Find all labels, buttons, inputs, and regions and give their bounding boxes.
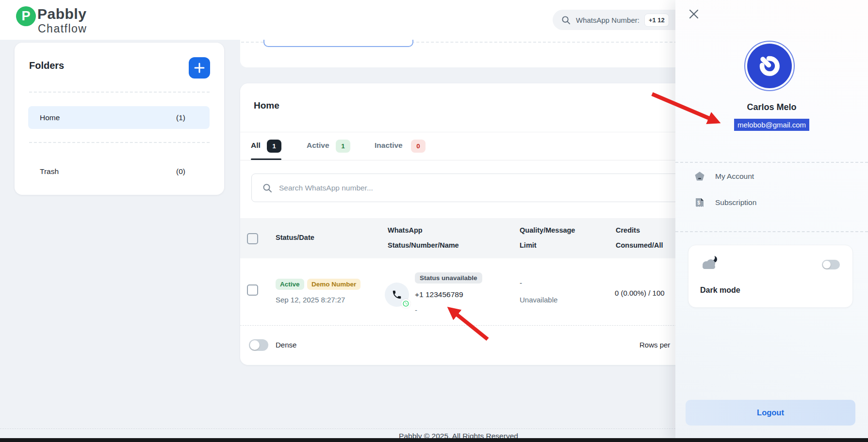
dark-mode-toggle[interactable]	[822, 260, 840, 269]
col-status-date: Status/Date	[276, 230, 314, 245]
plus-icon	[194, 63, 205, 73]
row-name: -	[415, 306, 417, 314]
menu-item-subscription[interactable]: $ Subscription	[675, 193, 868, 212]
folders-divider	[29, 142, 210, 143]
footer-divider	[0, 428, 675, 429]
dense-toggle[interactable]	[249, 339, 268, 351]
dark-mode-label: Dark mode	[700, 286, 740, 295]
tab-all-badge: 1	[267, 140, 281, 153]
pabbly-logo-icon[interactable]: P	[16, 6, 36, 26]
page-title: Home	[254, 100, 279, 111]
folders-panel: Folders Home (1) Trash (0)	[15, 43, 224, 195]
whatsapp-number: +1 123456789	[415, 290, 463, 299]
cloud-moon-icon	[699, 252, 721, 275]
dense-label: Dense	[276, 341, 296, 349]
account-drawer: Carlos Melo melobob@gmail.com My Account…	[675, 0, 868, 442]
tab-inactive[interactable]: Inactive	[375, 141, 403, 150]
logout-button[interactable]: Logout	[686, 400, 855, 426]
select-all-checkbox[interactable]	[247, 233, 258, 244]
rows-per-page-label: Rows per	[639, 341, 670, 349]
menu-item-my-account[interactable]: My Account	[675, 167, 868, 186]
phone-icon	[392, 289, 402, 300]
header-search-label: WhatsApp Number:	[576, 16, 639, 24]
power-icon	[757, 53, 782, 79]
row-quality: -	[520, 279, 522, 287]
phone-avatar	[385, 283, 409, 307]
row-checkbox[interactable]	[247, 284, 258, 296]
add-folder-button[interactable]	[189, 57, 210, 79]
brand-name: Pabbly	[37, 6, 86, 22]
close-icon[interactable]	[688, 8, 701, 21]
svg-text:$: $	[697, 200, 700, 205]
user-email: melobob@gmail.com	[734, 119, 809, 131]
folders-divider	[29, 92, 210, 93]
bottom-bar	[0, 438, 868, 442]
sidebar-item-trash[interactable]: Trash (0)	[28, 160, 210, 183]
row-credits: 0 (0.00%) / 100	[615, 289, 665, 297]
search-icon	[561, 16, 571, 25]
brand-subtitle: Chatflow	[38, 22, 87, 35]
folder-label: Trash	[40, 167, 59, 176]
status-badge: Active	[276, 279, 304, 290]
folder-count: (0)	[176, 167, 185, 176]
header-search-value-badge: +1 12	[645, 14, 669, 26]
row-date: Sep 12, 2025 8:27:27	[276, 296, 345, 304]
sidebar-item-home[interactable]: Home (1)	[28, 106, 210, 129]
row-message-limit: Unavailable	[520, 296, 557, 304]
dark-mode-card: Dark mode	[688, 245, 853, 308]
tab-all[interactable]: All	[251, 141, 261, 150]
avatar[interactable]	[744, 41, 795, 91]
col-credits: CreditsConsumed/All	[616, 223, 663, 253]
app-screen: Pabbly © 2025. All Rights Reserved P Pab…	[0, 0, 868, 442]
search-icon	[262, 183, 272, 193]
tab-active-badge: 1	[336, 140, 350, 153]
folder-count: (1)	[176, 113, 185, 122]
status-chip: Status unavailable	[415, 272, 482, 284]
demo-number-badge: Demo Number	[307, 279, 360, 290]
user-icon	[694, 171, 705, 184]
col-quality: Quality/MessageLimit	[520, 223, 575, 253]
drawer-divider	[675, 231, 868, 232]
whatsapp-icon	[401, 299, 410, 308]
drawer-divider	[675, 162, 868, 163]
tab-active[interactable]: Active	[307, 141, 329, 150]
folder-label: Home	[40, 113, 60, 122]
user-name: Carlos Melo	[675, 102, 868, 112]
col-whatsapp: WhatsAppStatus/Number/Name	[388, 223, 459, 253]
tab-inactive-badge: 0	[411, 140, 426, 153]
receipt-icon: $	[694, 197, 705, 210]
folders-title: Folders	[29, 60, 64, 71]
